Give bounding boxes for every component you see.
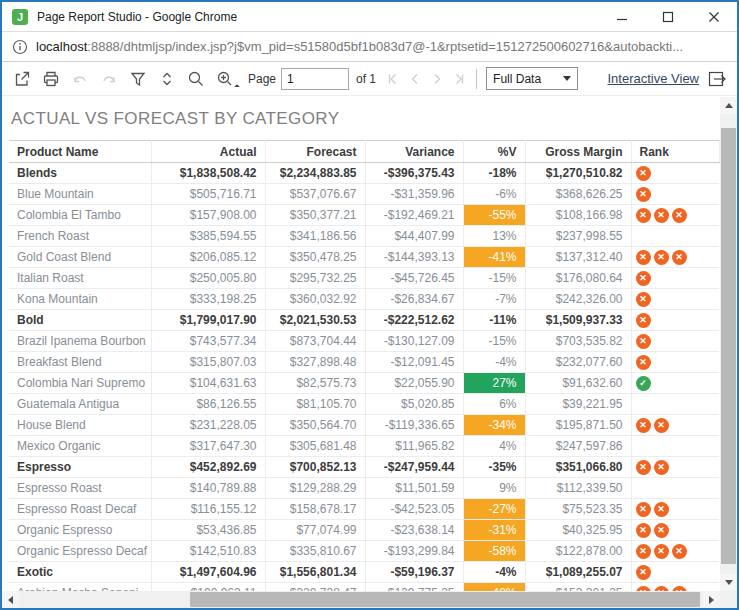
actual-cell: $505,716.71 (151, 184, 265, 205)
vertical-scrollbar-thumb[interactable] (721, 128, 736, 564)
rank-x-icon: ✕ (654, 208, 669, 223)
forecast-cell: $77,074.99 (265, 520, 365, 541)
col-forecast[interactable]: Forecast (265, 141, 365, 163)
col-pct-variance[interactable]: %V (463, 141, 525, 163)
address-bar[interactable]: localhost:8888/dhtmljsp/index.jsp?j$vm_p… (2, 32, 737, 62)
gross-margin-cell: $112,339.50 (525, 478, 631, 499)
url-text: localhost:8888/dhtmljsp/index.jsp?j$vm_p… (36, 39, 683, 54)
open-panel-button[interactable] (707, 69, 727, 89)
rank-cell: ✕✕✕ (631, 541, 719, 562)
export-button[interactable] (12, 69, 32, 89)
horizontal-scrollbar[interactable] (2, 591, 720, 608)
data-mode-dropdown[interactable]: Full Data (486, 67, 578, 90)
col-rank[interactable]: Rank (631, 141, 719, 163)
actual-cell: $452,892.69 (151, 457, 265, 478)
pct-variance-cell: 6% (463, 394, 525, 415)
triangle-down-icon (725, 580, 733, 585)
rank-cell: ✕ (631, 562, 719, 583)
gross-margin-cell: $108,166.98 (525, 205, 631, 226)
pct-variance-cell: 4% (463, 436, 525, 457)
pct-variance-cell: -18% (463, 163, 525, 184)
pct-variance-cell: -34% (463, 415, 525, 436)
actual-cell: $190,963.11 (151, 583, 265, 592)
product-name-cell: Brazil Ipanema Bourbon (9, 331, 151, 352)
report-title: ACTUAL VS FORECAST BY CATEGORY (9, 97, 720, 140)
gross-margin-cell: $39,221.95 (525, 394, 631, 415)
rank-x-icon: ✕ (654, 250, 669, 265)
col-actual[interactable]: Actual (151, 141, 265, 163)
actual-cell: $1,799,017.90 (151, 310, 265, 331)
scroll-left-button[interactable] (2, 591, 19, 608)
table-header-row: Product Name Actual Forecast Variance %V… (9, 141, 719, 163)
gross-margin-cell: $351,066.80 (525, 457, 631, 478)
table-row: Italian Roast$250,005.80$295,732.25-$45,… (9, 268, 719, 289)
page-number-input[interactable] (281, 68, 349, 90)
forecast-cell: $320,738.47 (265, 583, 365, 592)
scrollbar-corner (720, 591, 737, 608)
maximize-button[interactable] (645, 2, 691, 31)
table-row: Espresso Roast Decaf$116,155.12$158,678.… (9, 499, 719, 520)
rank-x-icon: ✕ (654, 523, 669, 538)
gross-margin-cell: $91,632.60 (525, 373, 631, 394)
gross-margin-cell: $237,998.55 (525, 226, 631, 247)
forecast-cell: $335,810.67 (265, 541, 365, 562)
scroll-right-button[interactable] (703, 591, 720, 608)
window-title: Page Report Studio - Google Chrome (37, 10, 237, 24)
info-icon[interactable] (12, 39, 28, 55)
col-variance[interactable]: Variance (365, 141, 463, 163)
rank-x-icon: ✕ (636, 313, 651, 328)
scroll-down-button[interactable] (720, 574, 737, 591)
close-button[interactable] (691, 2, 737, 31)
report-table: Product Name Actual Forecast Variance %V… (9, 140, 720, 591)
col-product-name[interactable]: Product Name (9, 141, 151, 163)
rank-x-icon: ✕ (654, 418, 669, 433)
product-name-cell: Espresso Roast (9, 478, 151, 499)
last-page-button[interactable] (450, 71, 467, 87)
expand-collapse-icon (158, 70, 176, 88)
pct-variance-cell: 13% (463, 226, 525, 247)
product-name-cell: Organic Espresso Decaf (9, 541, 151, 562)
forecast-cell: $360,032.92 (265, 289, 365, 310)
first-page-button[interactable] (384, 71, 401, 87)
undo-button[interactable] (70, 69, 90, 89)
table-row: Organic Espresso$53,436.85$77,074.99-$23… (9, 520, 719, 541)
browser-window: J Page Report Studio - Google Chrome loc… (0, 0, 739, 610)
redo-icon (100, 70, 118, 88)
minimize-button[interactable] (599, 2, 645, 31)
next-page-button[interactable] (428, 71, 445, 87)
interactive-view-link[interactable]: Interactive View (607, 71, 699, 86)
col-gross-margin[interactable]: Gross Margin (525, 141, 631, 163)
rank-cell (631, 394, 719, 415)
vertical-scrollbar[interactable] (720, 97, 737, 591)
search-button[interactable] (186, 69, 206, 89)
search-icon (187, 70, 205, 88)
variance-cell: $22,055.90 (365, 373, 463, 394)
rank-cell: ✕✕✕ (631, 247, 719, 268)
rank-cell: ✕ (631, 163, 719, 184)
forecast-cell: $295,732.25 (265, 268, 365, 289)
pct-variance-cell: -41% (463, 247, 525, 268)
horizontal-scrollbar-thumb[interactable] (190, 592, 700, 607)
print-button[interactable] (41, 69, 61, 89)
actual-cell: $206,085.12 (151, 247, 265, 268)
rank-x-icon: ✕ (636, 460, 651, 475)
forecast-cell: $350,564.70 (265, 415, 365, 436)
rank-x-icon: ✕ (636, 523, 651, 538)
expand-collapse-button[interactable] (157, 69, 177, 89)
rank-x-icon: ✕ (636, 250, 651, 265)
pct-variance-cell: -11% (463, 310, 525, 331)
report-toolbar: Page of 1 Full Data Interactive View (2, 62, 737, 96)
rank-x-icon: ✕ (636, 271, 651, 286)
product-name-cell: French Roast (9, 226, 151, 247)
redo-button[interactable] (99, 69, 119, 89)
zoom-button[interactable] (215, 69, 235, 89)
page-label: Page (248, 72, 276, 86)
prev-page-button[interactable] (406, 71, 423, 87)
filter-button[interactable] (128, 69, 148, 89)
variance-cell: -$59,196.37 (365, 562, 463, 583)
product-name-cell: Guatemala Antigua (9, 394, 151, 415)
scroll-up-button[interactable] (720, 97, 737, 114)
table-row: Gold Coast Blend$206,085.12$350,478.25-$… (9, 247, 719, 268)
rank-x-icon: ✕ (636, 187, 651, 202)
product-name-cell: Blue Mountain (9, 184, 151, 205)
